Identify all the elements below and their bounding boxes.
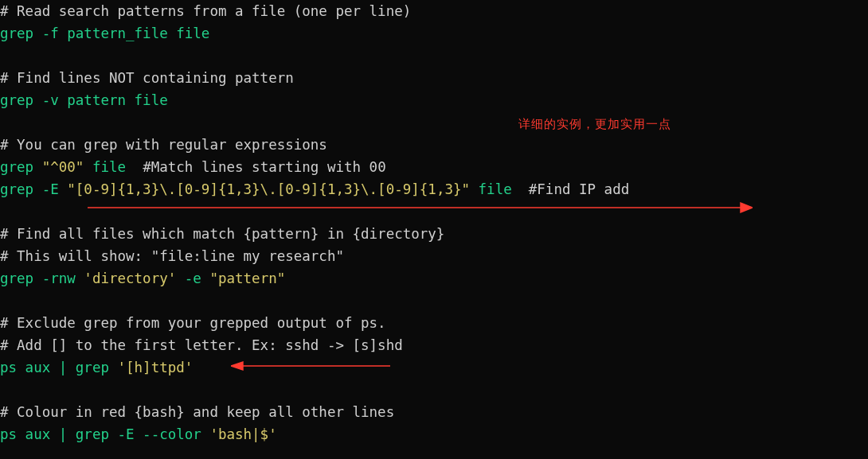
arrow-right-icon (88, 200, 753, 215)
comment-line: # Find all files which match {pattern} i… (0, 226, 444, 242)
cmd-line: grep -v pattern file (0, 92, 168, 108)
arrow-left-icon (231, 360, 390, 372)
string-literal: "^00" (42, 159, 84, 175)
cmd-line: grep -rnw 'directory' -e "pattern" (0, 270, 285, 286)
cmd-line: ps aux | grep '[h]ttpd' (0, 360, 193, 375)
cmd-line: ps aux | grep -E --color 'bash|$' (0, 426, 277, 442)
comment-line: # Find lines NOT containing pattern (0, 70, 294, 86)
string-literal: "pattern" (209, 270, 285, 286)
comment-line: # Exclude grep from your grepped output … (0, 315, 386, 331)
cmd-line: grep "^00" file #Match lines starting wi… (0, 159, 386, 175)
comment-line: # This will show: "file:line my research… (0, 248, 344, 264)
string-literal: '[h]ttpd' (118, 360, 194, 375)
comment-line: # Read search patterns from a file (one … (0, 3, 411, 19)
string-literal: 'bash|$' (209, 426, 276, 442)
svg-marker-3 (231, 362, 243, 370)
cmd-line: grep -E "[0-9]{1,3}\.[0-9]{1,3}\.[0-9]{1… (0, 181, 629, 197)
comment-line: # You can grep with regular expressions (0, 137, 327, 153)
cmd-line: grep -f pattern_file file (0, 25, 209, 41)
comment-line: # Add [] to the first letter. Ex: sshd -… (0, 337, 403, 353)
string-literal: 'directory' (84, 270, 176, 286)
comment-line: # Colour in red {bash} and keep all othe… (0, 404, 394, 420)
annotation-text: 详细的实例，更加实用一点 (518, 113, 671, 135)
string-literal: "[0-9]{1,3}\.[0-9]{1,3}\.[0-9]{1,3}\.[0-… (67, 181, 470, 197)
code-block: # Read search patterns from a file (one … (0, 0, 868, 445)
inline-comment: #Match lines starting with 00 (143, 159, 386, 175)
svg-marker-1 (741, 203, 753, 212)
inline-comment: #Find IP add (529, 181, 629, 197)
